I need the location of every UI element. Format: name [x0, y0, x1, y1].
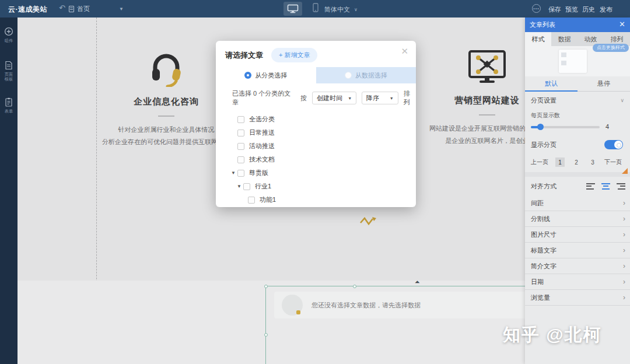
thumb-image: [561, 52, 566, 57]
setting-row-date[interactable]: 日期›: [525, 274, 630, 290]
setting-label: 日期: [531, 278, 544, 286]
mobile-view-button[interactable]: [313, 3, 318, 15]
page-template-icon: [5, 61, 13, 70]
slider-knob[interactable]: [537, 124, 544, 130]
sidebar-item-forms[interactable]: 表单: [4, 97, 13, 114]
align-center-icon[interactable]: [601, 183, 610, 190]
category-row[interactable]: 技术文档: [237, 153, 416, 166]
toggle-knob: [614, 141, 622, 149]
notification-corner-marker: [622, 168, 628, 174]
slider-track[interactable]: [531, 126, 600, 128]
checkbox[interactable]: [248, 197, 255, 204]
tab-select-by-data[interactable]: 从数据选择: [316, 67, 416, 83]
history-button[interactable]: 历史: [582, 5, 595, 14]
tab-label: 从分类选择: [255, 71, 287, 80]
category-label: 功能1: [260, 195, 276, 204]
resize-handle[interactable]: [264, 333, 268, 337]
undo-icon[interactable]: ↶: [59, 4, 65, 12]
setting-row-spacing[interactable]: 间距›: [525, 195, 630, 211]
style-preview[interactable]: 点击更换样式: [525, 46, 630, 76]
tab-data[interactable]: 数据: [551, 32, 578, 46]
move-up-icon[interactable]: ⏶: [415, 279, 420, 285]
tab-state-hover[interactable]: 悬停: [578, 76, 630, 91]
show-pagination-row: 显示分页: [525, 135, 630, 155]
editor-stage: 云·速成美站 ↶ 首页 ▼ 简体中文 ∨: [0, 0, 630, 364]
close-icon[interactable]: ✕: [619, 20, 625, 29]
sidebar-item-label: 页面模板: [4, 72, 14, 82]
add-article-button[interactable]: + 新增文章: [271, 48, 317, 62]
pager-page-2[interactable]: 2: [572, 158, 581, 167]
setting-row-image-size[interactable]: 图片尺寸›: [525, 227, 630, 243]
sort-order-value: 降序: [366, 94, 379, 103]
chevron-right-icon: ›: [623, 262, 625, 270]
chevron-right-icon: ›: [623, 215, 625, 223]
publish-button[interactable]: 发布: [600, 5, 612, 14]
sidebar-item-page-templates[interactable]: 页面模板: [3, 61, 15, 82]
resize-handle[interactable]: [353, 285, 356, 288]
checkbox[interactable]: [237, 143, 244, 150]
setting-row-intro-text[interactable]: 简介文字›: [525, 258, 630, 274]
monitor-network-icon: [467, 50, 508, 86]
category-row[interactable]: 功能1: [237, 193, 416, 206]
desktop-view-button[interactable]: [284, 2, 302, 16]
thumb-image: [561, 61, 566, 65]
pagination-section-header[interactable]: 分页设置 ∨: [525, 92, 630, 109]
checkbox[interactable]: [243, 183, 250, 190]
category-row[interactable]: 功能2: [237, 206, 416, 207]
sort-suffix-text: 排列: [404, 89, 416, 107]
pager-prev[interactable]: 上一页: [531, 158, 548, 166]
service-card-consulting[interactable]: 企业信息化咨询 针对企业所属行业和企业具体情况 分析企业存在的可优化问题并提供互…: [99, 50, 233, 148]
placeholder-image-icon: [282, 295, 303, 316]
category-row[interactable]: 日常推送: [237, 126, 416, 139]
pager-page-1[interactable]: 1: [555, 158, 565, 167]
show-pagination-toggle[interactable]: [604, 140, 623, 149]
category-row[interactable]: 全选分类: [237, 113, 416, 126]
help-icon[interactable]: •••: [532, 4, 541, 13]
setting-row-view-count[interactable]: 浏览量›: [525, 290, 630, 306]
source-mode-tabs: 从分类选择 从数据选择: [216, 67, 416, 83]
checkbox[interactable]: [237, 170, 244, 177]
category-row[interactable]: ▼ 行业1: [237, 180, 416, 193]
change-style-badge[interactable]: 点击更换样式: [593, 44, 629, 52]
pager-next[interactable]: 下一页: [604, 158, 622, 166]
setting-label: 分割线: [531, 215, 550, 223]
tab-select-by-category[interactable]: 从分类选择: [216, 67, 316, 83]
align-right-icon[interactable]: [617, 183, 625, 190]
sort-order-dropdown[interactable]: 降序 ▼: [362, 92, 398, 104]
checkbox[interactable]: [237, 156, 244, 163]
zhihu-watermark: 知乎 @北柯: [503, 323, 602, 347]
category-label: 活动推送: [249, 142, 275, 150]
save-button[interactable]: 保存: [548, 5, 561, 14]
chevron-collapse-icon[interactable]: ∨: [620, 97, 624, 103]
tab-style[interactable]: 样式: [525, 32, 551, 46]
setting-row-title-text[interactable]: 标题文字›: [525, 243, 630, 258]
tab-state-default[interactable]: 默认: [525, 76, 578, 91]
caret-down-icon[interactable]: ▼: [231, 170, 237, 176]
setting-label: 图片尺寸: [531, 230, 556, 239]
setting-row-divider-line[interactable]: 分割线›: [525, 211, 630, 227]
style-thumbnail[interactable]: [559, 50, 587, 73]
category-row[interactable]: ▼ 尊贵版: [237, 166, 416, 180]
chevron-right-icon: ›: [623, 293, 625, 302]
preview-button[interactable]: 预览: [565, 5, 578, 14]
show-pagination-label: 显示分页: [531, 141, 556, 149]
close-icon[interactable]: ✕: [401, 46, 408, 57]
setting-label: 浏览量: [531, 293, 550, 302]
page-selector-dropdown[interactable]: 首页 ▼: [69, 3, 124, 15]
language-dropdown[interactable]: 简体中文 ∨: [324, 5, 358, 14]
checkbox[interactable]: [237, 116, 244, 123]
category-row[interactable]: 活动推送: [237, 139, 416, 153]
per-page-slider-row: 4: [525, 120, 630, 135]
checkbox[interactable]: [237, 130, 244, 136]
panel-header: 文章列表 ✕: [525, 18, 630, 32]
caret-down-icon[interactable]: ▼: [237, 184, 243, 189]
resize-handle[interactable]: [264, 285, 268, 288]
zigzag-divider-icon: [359, 216, 377, 228]
section-divider: [525, 172, 630, 177]
sort-field-dropdown[interactable]: 创建时间 ▼: [312, 92, 356, 104]
align-left-icon[interactable]: [586, 183, 595, 190]
pager-page-3[interactable]: 3: [588, 158, 597, 167]
app-logo: 云·速成美站: [8, 5, 47, 15]
chevron-right-icon: ›: [623, 230, 625, 239]
sidebar-item-components[interactable]: 组件: [4, 27, 13, 43]
